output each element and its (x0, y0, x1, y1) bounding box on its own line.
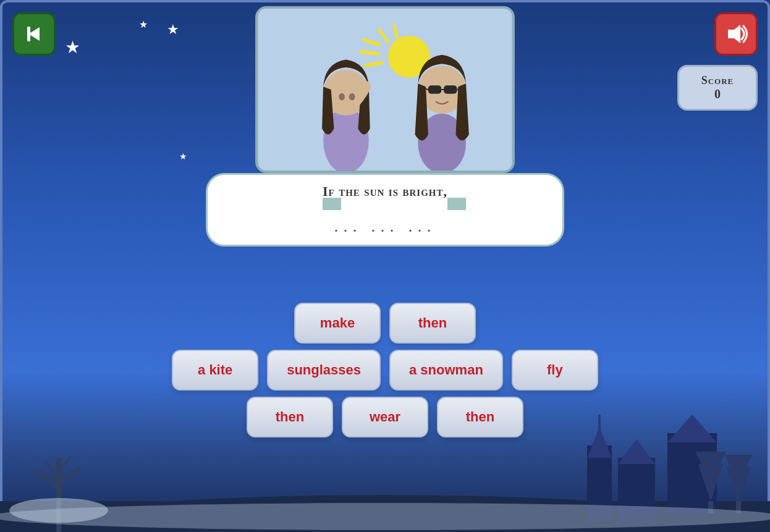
sound-button[interactable] (714, 12, 758, 56)
word-btn-sunglasses[interactable]: sunglasses (267, 350, 381, 391)
svg-rect-27 (259, 9, 511, 171)
sentence-top: If the sun is bright, (206, 173, 564, 208)
score-value: 0 (689, 87, 746, 101)
word-btn-wear[interactable]: wear (342, 397, 428, 437)
sentence-line2: ... ... ... (334, 216, 436, 235)
back-icon (22, 22, 46, 46)
scene-illustration (258, 9, 512, 171)
sound-icon (723, 21, 749, 47)
svg-point-22 (0, 503, 770, 530)
word-btn-a-snowman[interactable]: a snowman (389, 350, 503, 391)
svg-marker-13 (618, 439, 655, 464)
word-btn-make[interactable]: make (294, 303, 381, 344)
star-1: ★ (65, 37, 80, 57)
scene-image-frame (255, 6, 515, 173)
sentence-container: If the sun is bright, ... ... ... (206, 173, 564, 247)
score-box: Score 0 (677, 65, 758, 111)
svg-marker-26 (728, 25, 740, 43)
word-btn-then1[interactable]: then (389, 303, 476, 344)
word-row-1: make then (294, 303, 476, 344)
word-row-2: a kite sunglasses a snowman fly (172, 350, 598, 391)
word-btn-then3[interactable]: then (437, 397, 523, 437)
sentence-bottom: ... ... ... (206, 207, 564, 247)
svg-point-37 (349, 93, 355, 101)
words-area: make then a kite sunglasses a snowman fl… (138, 303, 632, 437)
score-label: Score (689, 74, 746, 87)
back-button[interactable] (12, 12, 56, 56)
word-row-3: then wear then (247, 397, 523, 437)
svg-rect-41 (444, 85, 457, 94)
sentence-line1: If the sun is bright, (323, 184, 447, 199)
star-2: ★ (139, 19, 148, 30)
word-btn-then2[interactable]: then (247, 397, 333, 437)
word-btn-a-kite[interactable]: a kite (172, 350, 258, 391)
svg-point-36 (339, 93, 345, 101)
star-3: ★ (167, 22, 179, 38)
svg-marker-15 (667, 415, 717, 442)
svg-rect-40 (428, 85, 441, 94)
word-btn-fly[interactable]: fly (512, 350, 598, 391)
svg-line-30 (361, 52, 378, 54)
star-4: ★ (179, 151, 187, 162)
svg-line-4 (59, 467, 80, 483)
svg-rect-25 (27, 27, 30, 41)
